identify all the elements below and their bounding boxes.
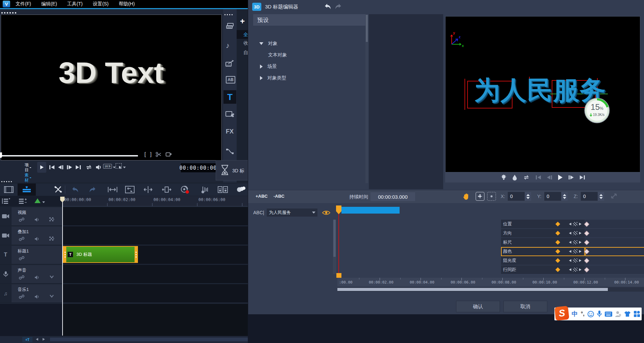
mark-out-button[interactable]: ] bbox=[150, 151, 152, 158]
graphics-icon[interactable] bbox=[225, 111, 234, 118]
remove-text-button[interactable]: -ABC bbox=[273, 194, 285, 199]
copy-keyframe-icon[interactable] bbox=[573, 249, 577, 253]
ime-voice-icon[interactable] bbox=[597, 311, 602, 317]
link-icon[interactable] bbox=[19, 217, 24, 222]
prop-row-direction[interactable]: 方向 bbox=[501, 229, 585, 238]
mute-icon[interactable] bbox=[34, 217, 40, 222]
material-droplet-icon[interactable] bbox=[512, 175, 517, 180]
z-stepper[interactable] bbox=[598, 192, 604, 201]
music-track-lane[interactable] bbox=[63, 284, 248, 303]
keyframe-diamond[interactable] bbox=[584, 249, 590, 254]
mute-icon[interactable] bbox=[34, 237, 40, 241]
timeline-playhead-line[interactable] bbox=[62, 202, 63, 336]
aspect-ratio-select[interactable]: 16:9 bbox=[103, 164, 116, 169]
dialog-titlebar[interactable]: 3D 3D 标题编辑器 bbox=[248, 0, 644, 14]
volume-button[interactable] bbox=[95, 164, 102, 170]
track-header-title[interactable]: 标题1 bbox=[11, 246, 62, 264]
preview-scrubber[interactable] bbox=[0, 155, 138, 156]
focus-frame-button[interactable] bbox=[487, 192, 496, 201]
kf-playhead-bottom-handle[interactable] bbox=[336, 273, 341, 278]
video-track-lane[interactable] bbox=[63, 207, 248, 226]
dialog-undo-icon[interactable] bbox=[323, 3, 331, 9]
loop-icon[interactable] bbox=[523, 175, 530, 180]
add-preset-button[interactable]: + bbox=[240, 17, 245, 26]
tree-collapsed-icon[interactable] bbox=[260, 65, 263, 69]
ime-keyboard-icon[interactable] bbox=[605, 312, 612, 317]
keyframe-toggle-icon[interactable] bbox=[555, 231, 560, 236]
selection-tool-select[interactable] bbox=[116, 163, 126, 169]
copy-keyframe-icon[interactable] bbox=[573, 259, 577, 263]
next-keyframe-icon[interactable] bbox=[579, 259, 581, 262]
pan-hand-icon[interactable] bbox=[463, 193, 470, 200]
prop-row-scale[interactable]: 标尺 bbox=[501, 238, 585, 247]
preset-node-scene[interactable]: 场景 bbox=[260, 64, 277, 70]
copy-keyframe-icon[interactable] bbox=[573, 231, 577, 235]
kf-lane-line-spacing[interactable] bbox=[585, 265, 644, 274]
copy-keyframe-icon[interactable] bbox=[573, 268, 577, 272]
preview-timecode[interactable]: 00:00:00:000 bbox=[181, 163, 219, 172]
home-button[interactable] bbox=[49, 165, 54, 169]
library-tab-favorites[interactable]: 收 bbox=[243, 40, 248, 46]
kf-hscrollbar[interactable] bbox=[337, 287, 644, 292]
prev-keyframe-icon[interactable] bbox=[569, 223, 571, 225]
light-icon[interactable] bbox=[501, 174, 506, 180]
play-button[interactable] bbox=[37, 162, 46, 173]
app-logo-icon[interactable]: V bbox=[3, 1, 10, 7]
ime-logo[interactable]: S bbox=[554, 306, 569, 321]
ime-lang-toggle[interactable]: 中 bbox=[572, 310, 578, 318]
track-manager-icon[interactable] bbox=[2, 198, 10, 204]
panel-grip[interactable] bbox=[1, 12, 16, 14]
preset-node-text-object[interactable]: 文本对象 bbox=[268, 52, 287, 58]
keyframe-diamond[interactable] bbox=[584, 240, 590, 245]
menu-settings[interactable]: 设置(S) bbox=[93, 1, 109, 7]
motion-path-icon[interactable] bbox=[226, 148, 234, 155]
library-tab-custom[interactable]: 自 bbox=[243, 50, 248, 56]
library-tab-all[interactable]: 全 bbox=[237, 30, 248, 39]
mark-in-button[interactable]: [ bbox=[144, 151, 146, 158]
go-start-button[interactable] bbox=[536, 175, 541, 179]
instant-project-icon[interactable] bbox=[225, 60, 234, 68]
title-tool-active[interactable]: T bbox=[223, 90, 236, 104]
preset-node-object-type[interactable]: 对象类型 bbox=[260, 75, 286, 81]
next-keyframe-icon[interactable] bbox=[579, 268, 581, 271]
mode-clip[interactable]: 素材 bbox=[24, 173, 31, 183]
prev-keyframe-icon[interactable] bbox=[569, 250, 571, 253]
ime-shirt-skin-icon[interactable] bbox=[624, 311, 631, 317]
trim-clip-icon[interactable] bbox=[162, 186, 172, 193]
scroll-right-button[interactable] bbox=[43, 338, 45, 341]
mute-icon[interactable] bbox=[34, 294, 40, 299]
menu-file[interactable]: 文件(F) bbox=[16, 1, 31, 7]
sound-clip-icon[interactable] bbox=[218, 186, 228, 193]
kf-ruler[interactable]: :00.00 00:00:02.00 00:00:04.00 00:00:06.… bbox=[337, 278, 644, 287]
keyframe-diamond[interactable] bbox=[584, 267, 590, 273]
transparency-icon[interactable] bbox=[49, 237, 54, 241]
resize-icon[interactable] bbox=[611, 193, 617, 199]
next-frame-button[interactable] bbox=[569, 175, 574, 179]
go-end-button[interactable] bbox=[580, 175, 585, 179]
enlarge-preview-icon[interactable] bbox=[166, 152, 172, 157]
filter-fx-icon[interactable]: FX bbox=[226, 128, 234, 135]
keyframe-toggle-icon[interactable] bbox=[555, 267, 560, 272]
prop-scrollbar[interactable] bbox=[333, 220, 336, 274]
track-header-overlay[interactable]: 叠加1 bbox=[11, 226, 62, 245]
track-header-music[interactable]: 音乐1 bbox=[11, 284, 62, 302]
transparency-icon[interactable] bbox=[49, 217, 54, 222]
link-icon[interactable] bbox=[19, 294, 24, 299]
record-capture-icon[interactable] bbox=[181, 186, 189, 194]
audio-mixer-icon[interactable] bbox=[200, 186, 209, 193]
ripple-edit-toggle[interactable] bbox=[34, 198, 45, 203]
prev-frame-button[interactable] bbox=[58, 165, 63, 169]
menu-edit[interactable]: 编辑(E) bbox=[41, 1, 57, 7]
text-object-selector[interactable]: 为人民服务 bbox=[267, 209, 317, 217]
menu-help[interactable]: 帮助(H) bbox=[119, 1, 135, 7]
prev-keyframe-icon[interactable] bbox=[569, 232, 571, 235]
fit-screen-icon[interactable] bbox=[125, 186, 135, 193]
repeat-button[interactable] bbox=[85, 164, 93, 170]
ime-punctuation-toggle[interactable]: °, bbox=[581, 311, 585, 317]
kf-duration-bar[interactable] bbox=[341, 207, 400, 214]
next-keyframe-icon[interactable] bbox=[579, 232, 581, 235]
visibility-eye-icon[interactable] bbox=[322, 210, 330, 215]
prop-row-line-spacing[interactable]: 行间距 bbox=[501, 265, 585, 274]
add-remove-track-icon[interactable] bbox=[19, 198, 27, 204]
x-input[interactable]: 0 bbox=[508, 192, 526, 201]
